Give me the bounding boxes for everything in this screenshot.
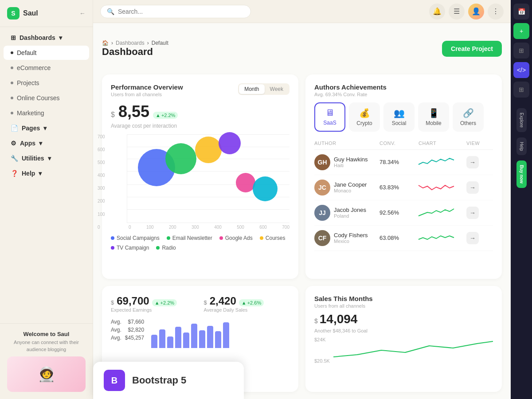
page-title-area: 🏠 › Dashboards › Default Dashboard (102, 40, 168, 58)
apps-label: Apps (20, 140, 35, 147)
utilities-chevron: ▾ (48, 155, 51, 162)
cat-tab-crypto[interactable]: 💰 Crypto (349, 102, 380, 132)
pages-label: Pages (22, 125, 40, 132)
performance-title: Performance Overview (111, 83, 183, 91)
sidebar-item-utilities[interactable]: 🔧 Utilities ▾ (4, 151, 89, 165)
author-name-jacob: Jacob Jones (334, 207, 366, 213)
help-icon: ❓ (11, 170, 18, 177)
author-row-jane: JC Jane Cooper Monaco 63.83% (314, 175, 493, 200)
daily-sales-label: Average Daily Sales (204, 307, 290, 313)
author-location-jane: Monaco (334, 188, 367, 193)
bubble-chart-wrapper: 700 600 500 400 300 200 100 0 (111, 134, 289, 230)
legend-email-newsletter: Email Newsletter (167, 235, 212, 241)
authors-card: Authors Achievements Avg. 69.34% Conv. R… (305, 74, 502, 279)
cat-tab-social[interactable]: 👥 Social (383, 102, 415, 132)
metric-label: Avarage cost per interaction (111, 123, 289, 129)
sparkline-cody (419, 231, 463, 245)
author-name-guy: Guy Hawkins (334, 156, 368, 163)
legend-google-ads: Google Ads (219, 235, 253, 241)
avatar-cody: CF (314, 230, 330, 246)
breadcrumb-current: Default (152, 40, 168, 46)
search-input[interactable] (118, 8, 244, 15)
sidebar-item-default[interactable]: Default (4, 46, 89, 60)
bar-9 (215, 331, 221, 348)
sidebar-item-dashboards[interactable]: ⊞ Dashboards ▾ (4, 31, 89, 45)
explore-button[interactable]: Explore (516, 108, 527, 132)
cat-tab-saas[interactable]: 🖥 SaaS (314, 102, 345, 132)
sidebar-item-ecommerce[interactable]: eCommerce (4, 61, 89, 75)
rs-code-icon[interactable]: </> (513, 62, 529, 78)
chart-y-labels: 700 600 500 400 300 200 100 0 (98, 134, 105, 230)
earnings-badge: ▲ +2.2% (152, 299, 177, 306)
sparkline-jane (419, 181, 463, 194)
crypto-icon: 💰 (359, 108, 370, 118)
buy-now-button[interactable]: Buy now (516, 160, 527, 188)
bar-1 (151, 335, 157, 348)
notifications-button[interactable]: 🔔 (429, 4, 445, 20)
app-name: Saul (23, 9, 38, 17)
legend-dot-email (167, 236, 170, 240)
sales-card: Sales This Months Users from all channel… (305, 286, 502, 392)
legend-social-campaigns: Social Campaigns (111, 235, 160, 241)
rs-grid-icon[interactable]: ⊞ (513, 43, 529, 59)
author-info-jacob: JJ Jacob Jones Poland (314, 205, 376, 221)
online-courses-dot (11, 97, 13, 99)
app-logo: S (7, 7, 20, 20)
sidebar-item-online-courses[interactable]: Online Courses (4, 91, 89, 105)
tab-month[interactable]: Month (239, 84, 264, 94)
metric-value: 8,55 (118, 102, 149, 121)
search-box[interactable]: 🔍 (100, 5, 251, 18)
apps-icon: ⚙ (11, 140, 16, 147)
author-name-cody: Cody Fishers (334, 232, 368, 239)
sidebar-item-marketing[interactable]: Marketing (4, 106, 89, 120)
create-project-button[interactable]: Create Project (442, 41, 502, 57)
sidebar-toggle-icon[interactable]: ← (79, 10, 86, 17)
user-avatar[interactable]: 👤 (468, 4, 484, 20)
view-btn-guy[interactable]: → (466, 156, 479, 168)
legend-label-radio: Radio (162, 245, 176, 251)
utilities-label: Utilities (22, 155, 44, 162)
legend-label-courses: Courses (266, 235, 286, 241)
mini-list-item-3: Avg. $45,257 (111, 334, 144, 342)
sparkline-guy (419, 156, 463, 169)
author-row-guy: GH Guy Hawkins Haiti 78.34% (314, 150, 493, 175)
saas-label: SaaS (323, 120, 336, 126)
view-btn-jacob[interactable]: → (466, 207, 479, 219)
sidebar-item-pages[interactable]: 📄 Pages ▾ (4, 121, 89, 135)
bubble-purple (219, 132, 241, 154)
legend-label-tv: TV Campaign (117, 245, 149, 251)
sidebar-item-projects[interactable]: Projects (4, 76, 89, 90)
view-btn-cody[interactable]: → (466, 232, 479, 244)
projects-dot (11, 82, 13, 84)
tab-week[interactable]: Week (265, 84, 289, 94)
content-area: 🏠 › Dashboards › Default Dashboard Creat… (93, 23, 511, 399)
settings-button[interactable]: ☰ (449, 4, 465, 20)
default-dot (11, 51, 13, 54)
rs-calendar-icon[interactable]: 📅 (513, 4, 529, 20)
performance-title-area: Performance Overview Users from all chan… (111, 83, 183, 97)
mobile-label: Mobile (426, 120, 441, 126)
view-btn-jane[interactable]: → (466, 181, 479, 194)
author-info-jane: JC Jane Cooper Monaco (314, 180, 376, 196)
sidebar-bottom: Welcome to Saul Anyone can connect with … (0, 323, 93, 399)
cat-tab-mobile[interactable]: 📱 Mobile (418, 102, 449, 132)
rs-grid2-icon[interactable]: ⊞ (513, 82, 529, 98)
welcome-subtitle: Anyone can connect with their audience b… (7, 339, 86, 353)
sidebar-item-apps[interactable]: ⚙ Apps ▾ (4, 136, 89, 150)
marketing-label: Marketing (17, 110, 44, 117)
cat-tab-others[interactable]: 🔗 Others (453, 102, 484, 132)
bar-3 (167, 336, 173, 348)
astronaut-illustration: 🧑‍🚀 (7, 356, 86, 392)
help-button[interactable]: Help (516, 137, 527, 156)
rs-add-button[interactable]: + (513, 23, 529, 39)
menu-button[interactable]: ⋮ (488, 4, 504, 20)
sales-subtitle: Users from all channels (314, 303, 493, 309)
metric-badge: ▲ +2.2% (153, 112, 178, 119)
sidebar-item-help[interactable]: ❓ Help ▾ (4, 166, 89, 180)
breadcrumb-dashboards[interactable]: Dashboards (116, 40, 145, 46)
bar-5 (183, 332, 189, 348)
pages-icon: 📄 (11, 125, 18, 132)
breadcrumb-home-icon: 🏠 (102, 40, 109, 46)
performance-card-header: Performance Overview Users from all chan… (111, 83, 289, 97)
mini-list-item-2: Avg. $2,820 (111, 326, 144, 334)
